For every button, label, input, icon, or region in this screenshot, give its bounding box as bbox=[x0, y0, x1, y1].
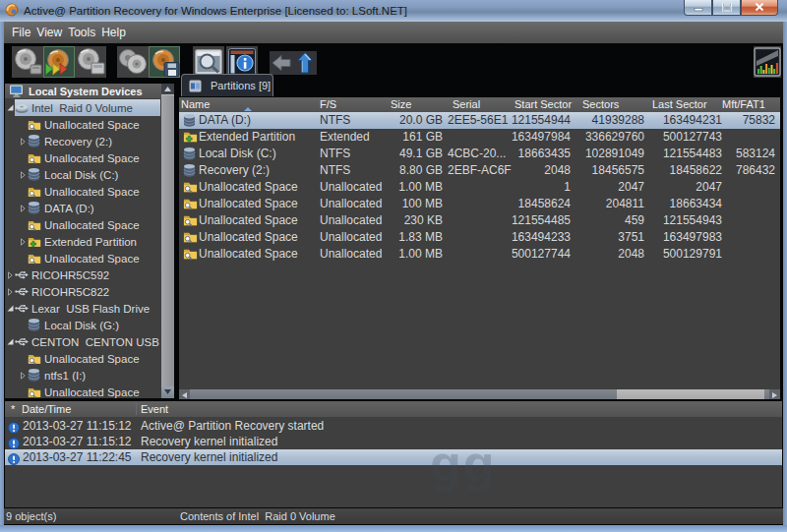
event-header-separator bbox=[136, 403, 137, 415]
column-header-f-s[interactable]: F/S bbox=[320, 97, 336, 112]
hdd-button[interactable] bbox=[12, 46, 43, 78]
expanded-arrow-icon[interactable] bbox=[7, 104, 14, 111]
tree-item[interactable]: DATA (D:) bbox=[5, 200, 160, 216]
column-header-mft-fat1[interactable]: Mft/FAT1 bbox=[722, 97, 765, 112]
maximize-button[interactable] bbox=[712, 0, 741, 16]
hscroll-right-button[interactable] bbox=[769, 389, 780, 399]
expanded-arrow-icon[interactable] bbox=[7, 338, 14, 345]
partition-icon bbox=[28, 368, 41, 383]
hdd-scan-button[interactable] bbox=[43, 46, 75, 78]
partition-row[interactable]: DATA (D:)NTFS20.0 GB2EE5-56E112155494441… bbox=[179, 112, 780, 129]
partition-row[interactable]: Unallocated SpaceUnallocated230 KB121554… bbox=[179, 212, 780, 229]
window-border-right bbox=[783, 22, 787, 525]
hdd-save-button[interactable] bbox=[149, 46, 180, 78]
collapsed-arrow-icon[interactable] bbox=[21, 138, 26, 146]
menu-view[interactable]: View bbox=[33, 24, 65, 42]
cell-last-sector: 121554943 bbox=[663, 212, 722, 229]
cell-name: Local Disk (C:) bbox=[199, 146, 276, 162]
tree-item[interactable]: Unallocated Space bbox=[5, 250, 160, 266]
tab-partitions[interactable]: Partitions [9] bbox=[181, 74, 273, 96]
tree-item[interactable]: Extended Partition bbox=[5, 233, 160, 250]
collapsed-arrow-icon[interactable] bbox=[21, 372, 26, 380]
tree-item[interactable]: RICOHR5C822 bbox=[5, 283, 160, 300]
partition-row[interactable]: Unallocated SpaceUnallocated1.83 MB16349… bbox=[179, 229, 780, 246]
column-header-size[interactable]: Size bbox=[391, 97, 411, 112]
hdd-pair-button[interactable] bbox=[117, 46, 149, 78]
hdd-box-button[interactable] bbox=[75, 46, 106, 78]
partition-row[interactable]: Local Disk (C:)NTFS49.1 GB4CBC-20...1866… bbox=[179, 146, 780, 162]
cell-fs: NTFS bbox=[320, 146, 350, 162]
partition-row[interactable]: Extended PartitionExtended161 GB16349798… bbox=[179, 129, 780, 146]
collapsed-arrow-icon[interactable] bbox=[8, 288, 13, 296]
tree-item[interactable]: Local Disk (G:) bbox=[5, 317, 160, 333]
cell-size: 20.0 GB bbox=[399, 112, 443, 129]
sort-indicator-icon bbox=[244, 107, 252, 111]
tree-item[interactable]: Unallocated Space bbox=[5, 149, 160, 166]
tree-scroll-up-button[interactable] bbox=[161, 84, 174, 94]
tree-scroll-down-button[interactable] bbox=[161, 386, 174, 398]
hscroll-left-button[interactable] bbox=[179, 389, 190, 399]
cell-size: 100 MB bbox=[402, 196, 443, 212]
column-header-name[interactable]: Name bbox=[181, 97, 210, 112]
event-row[interactable]: 2013-03-27 11:15:12Active@ Partition Rec… bbox=[5, 418, 782, 434]
tree-item[interactable]: Unallocated Space bbox=[5, 216, 160, 233]
tree-item[interactable]: Local Disk (C:) bbox=[5, 166, 160, 183]
back-arrow-button[interactable] bbox=[270, 51, 293, 75]
column-header-start-sector[interactable]: Start Sector bbox=[515, 97, 572, 112]
tree-item[interactable]: Unallocated Space bbox=[5, 350, 160, 367]
tree-item[interactable]: Unallocated Space bbox=[5, 116, 160, 133]
expanded-arrow-icon[interactable] bbox=[7, 305, 14, 312]
tree-item-label: ntfs1 (I:) bbox=[41, 370, 86, 382]
cell-fs: Extended bbox=[320, 129, 370, 146]
collapsed-arrow-icon[interactable] bbox=[21, 238, 26, 246]
collapsed-arrow-icon[interactable] bbox=[21, 205, 26, 212]
partition-row[interactable]: Recovery (2:)NTFS8.80 GB2EBF-AC6F2048184… bbox=[179, 162, 780, 179]
cell-start-sector: 121554485 bbox=[512, 212, 571, 229]
column-header-sectors[interactable]: Sectors bbox=[582, 97, 619, 112]
tree-item[interactable]: Recovery (2:) bbox=[5, 133, 160, 149]
column-header-serial[interactable]: Serial bbox=[453, 97, 480, 112]
cell-start-sector: 500127744 bbox=[512, 246, 571, 263]
event-row[interactable]: 2013-03-27 11:15:12Recovery kernel initi… bbox=[5, 434, 782, 449]
column-header-last-sector[interactable]: Last Sector bbox=[652, 97, 707, 112]
event-col-datetime: Date/Time bbox=[22, 401, 71, 417]
cell-sectors: 204811 bbox=[606, 196, 644, 212]
tree-scrollbar[interactable] bbox=[161, 84, 174, 398]
tree-scroll-thumb[interactable] bbox=[161, 94, 174, 386]
hscroll-thumb[interactable] bbox=[617, 389, 764, 399]
table-horizontal-scrollbar[interactable] bbox=[179, 389, 780, 399]
tree-item[interactable]: CENTON CENTON USB bbox=[5, 333, 160, 350]
tree-item[interactable]: RICOHR5C592 bbox=[5, 266, 160, 283]
tree-item-label: Recovery (2:) bbox=[41, 136, 112, 148]
menu-bar: FileViewToolsHelp bbox=[4, 22, 783, 43]
partition-row[interactable]: Unallocated SpaceUnallocated1.00 MB12047… bbox=[179, 179, 780, 196]
cell-sectors: 459 bbox=[625, 212, 644, 229]
up-arrow-button[interactable] bbox=[293, 51, 317, 75]
tree-item[interactable]: Unallocated Space bbox=[5, 384, 160, 398]
close-button[interactable] bbox=[741, 0, 778, 16]
partition-icon bbox=[28, 134, 41, 148]
menu-file[interactable]: File bbox=[12, 24, 33, 42]
event-row[interactable]: 2013-03-27 11:22:45Recovery kernel initi… bbox=[5, 449, 782, 465]
folder-search-icon bbox=[28, 218, 41, 232]
cell-size: 1.83 MB bbox=[398, 229, 443, 246]
tree-item[interactable]: ntfs1 (I:) bbox=[5, 367, 160, 384]
menu-help[interactable]: Help bbox=[98, 24, 129, 42]
partition-row[interactable]: Unallocated SpaceUnallocated1.00 MB50012… bbox=[179, 246, 780, 263]
collapsed-arrow-icon[interactable] bbox=[21, 171, 26, 179]
tree-item[interactable]: Intel Raid 0 Volume bbox=[5, 99, 160, 116]
cell-size: 1.00 MB bbox=[398, 246, 443, 263]
menu-tools[interactable]: Tools bbox=[65, 24, 98, 42]
folder-search-icon bbox=[28, 151, 41, 165]
tree-item-label: Unallocated Space bbox=[41, 152, 140, 164]
computer-icon bbox=[9, 85, 25, 97]
partition-row[interactable]: Unallocated SpaceUnallocated100 MB184586… bbox=[179, 196, 780, 212]
tree-item-label: Unallocated Space bbox=[41, 119, 140, 131]
activity-log-button[interactable] bbox=[754, 46, 781, 78]
collapsed-arrow-icon[interactable] bbox=[8, 271, 13, 279]
tree-item[interactable]: Lexar USB Flash Drive bbox=[5, 300, 160, 317]
tree-item[interactable]: Unallocated Space bbox=[5, 183, 160, 200]
window-title: Active@ Partition Recovery for Windows E… bbox=[24, 5, 407, 17]
event-text: Recovery kernel initialized bbox=[141, 449, 277, 465]
minimize-button[interactable] bbox=[684, 0, 712, 16]
